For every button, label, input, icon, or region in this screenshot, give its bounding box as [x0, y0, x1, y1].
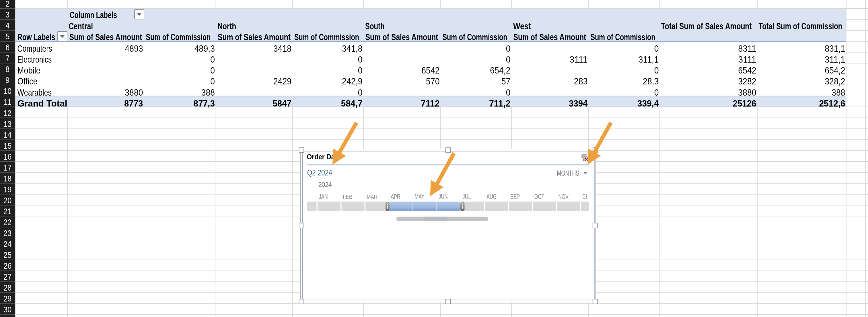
svg-text:311,1: 311,1	[638, 54, 659, 65]
svg-text:339,4: 339,4	[638, 98, 659, 109]
svg-text:0: 0	[210, 65, 215, 76]
svg-text:711,2: 711,2	[489, 98, 510, 109]
svg-text:MAY: MAY	[415, 193, 425, 200]
svg-text:7112: 7112	[421, 98, 440, 109]
svg-text:5847: 5847	[273, 98, 291, 108]
svg-text:8773: 8773	[124, 98, 143, 108]
svg-text:JUN: JUN	[439, 193, 448, 200]
svg-text:Mobile: Mobile	[18, 65, 40, 75]
svg-text:10: 10	[3, 86, 11, 96]
svg-text:26: 26	[3, 261, 11, 270]
svg-text:Sum of Sales Amount: Sum of Sales Amount	[366, 32, 438, 42]
svg-text:Wearables: Wearables	[18, 87, 52, 97]
svg-text:0: 0	[654, 87, 659, 97]
svg-text:25: 25	[3, 250, 11, 260]
svg-text:242,9: 242,9	[342, 76, 362, 86]
svg-text:8311: 8311	[738, 44, 756, 54]
svg-text:57: 57	[501, 76, 510, 86]
svg-text:0: 0	[358, 65, 363, 76]
svg-text:3418: 3418	[273, 44, 291, 54]
svg-text:16: 16	[3, 152, 11, 162]
svg-text:831,1: 831,1	[825, 44, 845, 54]
svg-text:22: 22	[3, 218, 11, 227]
svg-text:3: 3	[5, 10, 9, 19]
svg-text:0: 0	[506, 87, 510, 97]
svg-text:JAN: JAN	[319, 193, 328, 200]
svg-text:341,8: 341,8	[342, 44, 362, 54]
svg-text:0: 0	[506, 44, 510, 54]
svg-text:28,3: 28,3	[643, 76, 659, 86]
svg-text:388: 388	[202, 87, 215, 97]
svg-text:2429: 2429	[273, 76, 291, 86]
svg-text:11: 11	[3, 97, 11, 107]
svg-text:8: 8	[5, 64, 9, 74]
svg-text:9: 9	[5, 75, 9, 85]
svg-text:AUG: AUG	[487, 193, 497, 200]
svg-text:654,2: 654,2	[490, 65, 510, 76]
svg-text:584,7: 584,7	[341, 98, 363, 109]
svg-text:Office: Office	[18, 76, 38, 86]
svg-text:0: 0	[358, 55, 363, 65]
svg-text:Total Sum of Sales Amount: Total Sum of Sales Amount	[661, 21, 752, 31]
svg-text:North: North	[218, 21, 236, 31]
svg-text:3111: 3111	[569, 55, 587, 65]
svg-text:20: 20	[3, 196, 11, 205]
svg-text:0: 0	[654, 44, 659, 54]
svg-text:877,3: 877,3	[193, 98, 215, 109]
svg-text:12: 12	[3, 108, 11, 118]
svg-text:Grand Total: Grand Total	[18, 98, 67, 108]
svg-text:7: 7	[5, 53, 9, 63]
svg-text:3394: 3394	[569, 98, 588, 108]
svg-text:15: 15	[3, 141, 11, 150]
svg-text:Sum of Sales Amount: Sum of Sales Amount	[514, 32, 586, 42]
svg-text:5: 5	[5, 32, 9, 41]
svg-text:0: 0	[210, 76, 215, 86]
svg-text:Row Labels: Row Labels	[18, 32, 55, 42]
svg-text:6542: 6542	[738, 65, 756, 76]
svg-text:MAR: MAR	[367, 193, 377, 200]
svg-text:24: 24	[3, 239, 11, 249]
svg-text:6542: 6542	[422, 65, 439, 76]
svg-text:SEP: SEP	[510, 193, 520, 200]
svg-text:3880: 3880	[125, 87, 143, 97]
svg-text:0: 0	[654, 65, 659, 76]
svg-text:283: 283	[574, 76, 587, 86]
svg-text:654,2: 654,2	[825, 65, 845, 76]
svg-text:3282: 3282	[738, 76, 756, 86]
svg-text:23: 23	[3, 228, 11, 238]
svg-text:Sum of Sales Amount: Sum of Sales Amount	[218, 32, 290, 42]
svg-text:West: West	[513, 21, 531, 31]
svg-text:Total Sum of Commission: Total Sum of Commission	[759, 21, 842, 31]
svg-text:21: 21	[3, 206, 11, 216]
svg-text:Column Labels: Column Labels	[70, 10, 117, 20]
svg-text:Sum of Sales Amount: Sum of Sales Amount	[69, 32, 142, 42]
svg-text:Central: Central	[68, 21, 93, 31]
svg-text:4: 4	[5, 21, 9, 30]
svg-text:Sum of Commission: Sum of Commission	[443, 32, 507, 42]
svg-text:Sum of Commission: Sum of Commission	[294, 32, 359, 42]
svg-text:311,1: 311,1	[825, 54, 845, 65]
svg-text:0: 0	[506, 55, 510, 65]
svg-text:Sum of Commission: Sum of Commission	[591, 32, 655, 42]
svg-text:2: 2	[5, 0, 9, 8]
svg-text:19: 19	[3, 184, 11, 194]
svg-text:NOV: NOV	[558, 193, 569, 200]
svg-text:JUL: JUL	[463, 193, 471, 200]
svg-text:3880: 3880	[738, 87, 756, 97]
svg-text:FEB: FEB	[343, 193, 352, 200]
svg-text:APR: APR	[391, 193, 400, 200]
svg-text:570: 570	[426, 76, 439, 86]
svg-text:328,2: 328,2	[825, 76, 845, 86]
svg-text:28: 28	[3, 283, 11, 292]
svg-text:0: 0	[210, 55, 215, 65]
svg-text:27: 27	[3, 272, 11, 281]
svg-text:17: 17	[3, 163, 11, 172]
svg-text:29: 29	[3, 294, 11, 303]
svg-text:2024: 2024	[318, 181, 332, 189]
svg-text:0: 0	[358, 87, 363, 97]
svg-text:3111: 3111	[738, 55, 756, 65]
svg-text:Sum of Commission: Sum of Commission	[146, 32, 211, 42]
svg-text:Electronics: Electronics	[18, 54, 52, 65]
svg-text:Computers: Computers	[18, 44, 52, 54]
svg-text:14: 14	[3, 130, 11, 140]
